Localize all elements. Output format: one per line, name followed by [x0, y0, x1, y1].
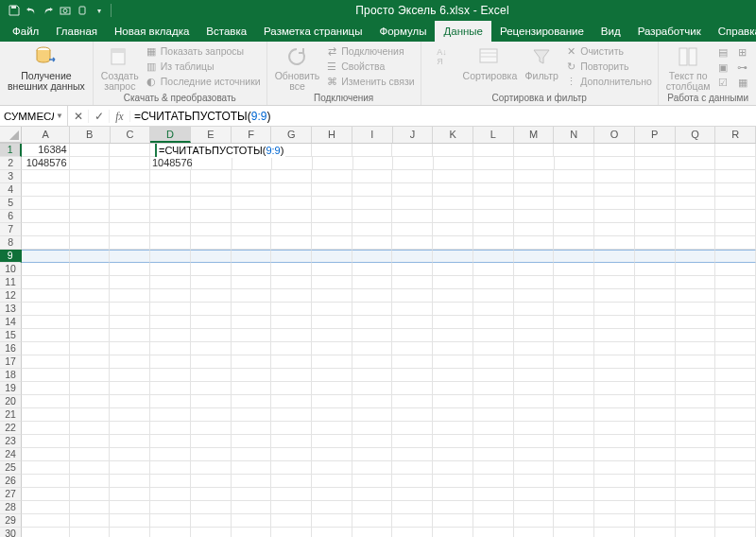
cell-N23[interactable] — [554, 435, 594, 448]
cell-L21[interactable] — [473, 408, 514, 422]
cell-R25[interactable] — [715, 461, 756, 475]
cell-L15[interactable] — [473, 329, 514, 342]
cell-G5[interactable] — [271, 197, 312, 210]
cell-E14[interactable] — [191, 316, 232, 329]
cell-C14[interactable] — [110, 316, 150, 329]
cell-A24[interactable] — [22, 448, 69, 461]
cell-F8[interactable] — [232, 236, 272, 250]
cell-C19[interactable] — [110, 382, 150, 395]
column-header-H[interactable]: H — [312, 127, 352, 143]
cell-F17[interactable] — [232, 355, 272, 369]
cell-B11[interactable] — [70, 276, 111, 289]
cell-G28[interactable] — [271, 501, 312, 514]
cell-N18[interactable] — [554, 369, 594, 382]
cell-I10[interactable] — [352, 263, 393, 276]
cell-C27[interactable] — [110, 488, 150, 501]
cell-B9[interactable] — [70, 250, 111, 263]
row-header[interactable]: 18 — [0, 369, 22, 382]
cell-D12[interactable] — [150, 289, 191, 303]
cell-A28[interactable] — [22, 501, 69, 514]
cell-D19[interactable] — [150, 382, 191, 395]
column-header-D[interactable]: D — [150, 127, 191, 143]
cell-L23[interactable] — [473, 435, 514, 448]
cell-J2[interactable] — [393, 157, 434, 170]
cell-Q1[interactable] — [676, 144, 716, 157]
cell-P4[interactable] — [635, 183, 676, 197]
cell-R3[interactable] — [715, 170, 756, 183]
cell-Q7[interactable] — [676, 223, 716, 236]
cell-P1[interactable] — [635, 144, 676, 157]
cell-I20[interactable] — [352, 395, 393, 408]
cell-A1[interactable]: 16384 — [22, 144, 69, 157]
cell-N6[interactable] — [554, 210, 594, 223]
cell-H24[interactable] — [312, 448, 352, 461]
cell-J20[interactable] — [392, 395, 433, 408]
cell-Q24[interactable] — [676, 448, 716, 461]
cell-R11[interactable] — [715, 276, 756, 289]
cell-N26[interactable] — [554, 475, 594, 488]
cell-I23[interactable] — [352, 435, 393, 448]
filter-button[interactable]: Фильтр — [521, 43, 562, 82]
cell-B1[interactable] — [70, 144, 111, 157]
cell-Q20[interactable] — [676, 395, 716, 408]
cell-F13[interactable] — [232, 303, 272, 316]
cell-N10[interactable] — [554, 263, 594, 276]
cell-L17[interactable] — [473, 355, 514, 369]
cell-A20[interactable] — [22, 395, 69, 408]
cell-E8[interactable] — [191, 236, 232, 250]
cell-H16[interactable] — [312, 342, 352, 355]
cell-R23[interactable] — [715, 435, 756, 448]
cell-L8[interactable] — [473, 236, 514, 250]
cell-P29[interactable] — [635, 514, 676, 528]
cell-I29[interactable] — [352, 514, 393, 528]
cell-L12[interactable] — [473, 289, 514, 303]
cell-A29[interactable] — [22, 514, 69, 528]
cell-O17[interactable] — [594, 355, 635, 369]
cell-B6[interactable] — [70, 210, 111, 223]
cell-M8[interactable] — [514, 236, 555, 250]
cell-N27[interactable] — [554, 488, 594, 501]
cell-A6[interactable] — [22, 210, 69, 223]
row-header[interactable]: 22 — [0, 422, 22, 435]
row-header[interactable]: 6 — [0, 210, 22, 223]
cell-L6[interactable] — [473, 210, 514, 223]
cell-C26[interactable] — [110, 475, 150, 488]
cell-D28[interactable] — [150, 501, 191, 514]
cell-F10[interactable] — [232, 263, 272, 276]
tab-home[interactable]: Главная — [47, 21, 106, 42]
cell-F6[interactable] — [232, 210, 272, 223]
cell-B22[interactable] — [70, 422, 111, 435]
relationships-button[interactable]: ⊶ — [736, 61, 752, 74]
cell-M7[interactable] — [514, 223, 555, 236]
cell-B5[interactable] — [70, 197, 111, 210]
cell-P8[interactable] — [635, 236, 676, 250]
cell-O15[interactable] — [594, 329, 635, 342]
cell-A19[interactable] — [22, 382, 69, 395]
cell-F15[interactable] — [232, 329, 272, 342]
flash-fill-button[interactable]: ▤ — [716, 45, 732, 59]
tab-newtab[interactable]: Новая вкладка — [106, 21, 198, 42]
cell-M15[interactable] — [514, 329, 555, 342]
cell-I1[interactable] — [352, 144, 393, 157]
name-box-input[interactable] — [4, 111, 54, 122]
cell-K13[interactable] — [433, 303, 473, 316]
cell-A5[interactable] — [22, 197, 69, 210]
cell-J13[interactable] — [392, 303, 433, 316]
cell-E17[interactable] — [191, 355, 232, 369]
cell-A27[interactable] — [22, 488, 69, 501]
cell-N13[interactable] — [554, 303, 594, 316]
cell-K26[interactable] — [433, 475, 473, 488]
cell-D27[interactable] — [150, 488, 191, 501]
cell-R6[interactable] — [715, 210, 756, 223]
cell-O25[interactable] — [594, 461, 635, 475]
row-header[interactable]: 4 — [0, 183, 22, 197]
cell-G13[interactable] — [271, 303, 312, 316]
cell-K7[interactable] — [433, 223, 473, 236]
cell-C15[interactable] — [110, 329, 150, 342]
cell-Q14[interactable] — [676, 316, 716, 329]
cell-P18[interactable] — [635, 369, 676, 382]
cell-E10[interactable] — [191, 263, 232, 276]
cell-A9[interactable] — [22, 250, 69, 263]
cell-I5[interactable] — [352, 197, 393, 210]
column-header-P[interactable]: P — [635, 127, 676, 143]
